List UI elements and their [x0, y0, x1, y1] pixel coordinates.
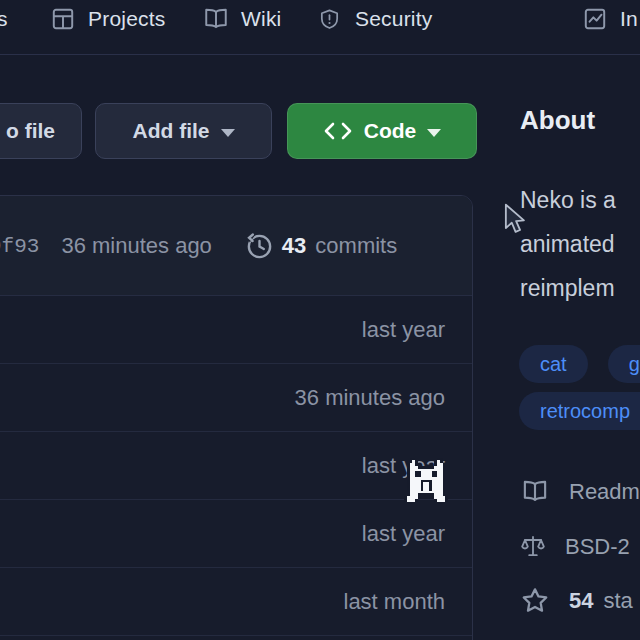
commit-count-suffix: commits [315, 233, 397, 259]
code-label: Code [364, 119, 417, 143]
tab-wiki[interactable]: Wiki [203, 4, 281, 34]
file-row: last year [0, 296, 472, 364]
stars-link[interactable]: 54 sta [520, 586, 633, 615]
graph-icon [582, 6, 608, 32]
file-row-updated: last month [344, 568, 446, 635]
topic-tag-go[interactable]: go [608, 345, 640, 383]
topic-tag-retrocomputing[interactable]: retrocomp [519, 392, 640, 430]
tab-label: Security [355, 7, 432, 31]
tab-insights[interactable]: In [582, 4, 638, 34]
mouse-cursor [504, 203, 526, 235]
star-icon [520, 586, 550, 615]
chevron-down-icon [427, 129, 441, 137]
topic-list: cat go [519, 345, 640, 383]
file-table: 9f93 36 minutes ago 43 commits last year [0, 195, 473, 640]
book-icon [203, 6, 229, 32]
add-file-button[interactable]: Add file [95, 103, 272, 159]
go-to-file-label: o file [6, 119, 55, 143]
github-repo-page: s Projects Wiki Security In [0, 0, 640, 640]
about-description-line: animated [520, 222, 616, 266]
law-scales-icon [520, 531, 546, 562]
add-file-label: Add file [133, 119, 210, 143]
tab-label: Wiki [241, 7, 281, 31]
file-row: last year [0, 432, 472, 500]
about-heading: About [520, 105, 595, 136]
neko-cat-sprite [404, 451, 448, 511]
tab-actions-clipped[interactable]: s [0, 7, 8, 31]
table-icon [50, 6, 76, 32]
tab-security[interactable]: Security [318, 4, 432, 34]
book-icon [520, 478, 550, 505]
latest-commit-bar: 9f93 36 minutes ago 43 commits [0, 196, 472, 296]
commit-time: 36 minutes ago [61, 233, 211, 259]
file-row: last year [0, 500, 472, 568]
code-button[interactable]: Code [287, 103, 477, 159]
history-icon [244, 231, 275, 262]
topic-tag-cat[interactable]: cat [519, 345, 588, 383]
tab-label: Projects [88, 7, 165, 31]
file-row: last month [0, 568, 472, 636]
file-row-updated: 36 minutes ago [295, 364, 445, 431]
go-to-file-button[interactable]: o file [0, 103, 82, 159]
stars-count: 54 [569, 588, 593, 614]
license-link[interactable]: BSD-2 [520, 531, 630, 562]
tab-projects[interactable]: Projects [50, 4, 165, 34]
about-description-line: Neko is a [520, 178, 616, 222]
code-icon [323, 120, 353, 142]
commits-history-link[interactable]: 43 commits [244, 231, 397, 262]
file-row: 36 minutes ago [0, 364, 472, 432]
tab-label: In [620, 7, 638, 31]
shield-exclamation-icon [318, 7, 341, 32]
topic-list: retrocomp [519, 392, 640, 430]
chevron-down-icon [221, 129, 235, 137]
commit-count: 43 [282, 233, 306, 259]
file-row-updated: last year [362, 296, 445, 363]
stars-label: sta [603, 588, 632, 614]
repo-tab-bar: s Projects Wiki Security In [0, 0, 640, 55]
commit-hash-link[interactable]: 9f93 [0, 235, 39, 258]
about-description: Neko is a animated reimplem [520, 178, 616, 310]
readme-link[interactable]: Readm [520, 478, 640, 505]
about-description-line: reimplem [520, 266, 616, 310]
readme-label: Readm [569, 479, 640, 505]
license-label: BSD-2 [565, 534, 630, 560]
